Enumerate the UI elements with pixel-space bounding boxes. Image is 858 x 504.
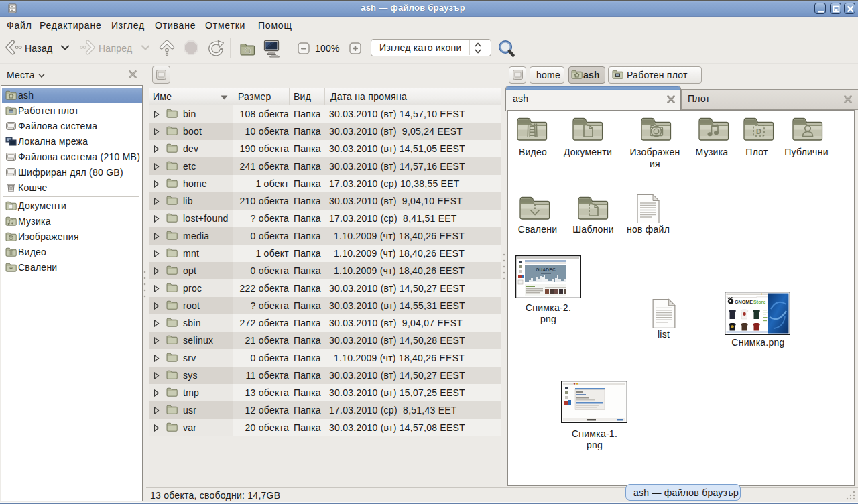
svg-text:D: D — [756, 127, 761, 135]
svg-text:Store: Store — [753, 299, 765, 305]
svg-text:GNOME: GNOME — [735, 299, 753, 305]
svg-text:GUADEC: GUADEC — [536, 267, 556, 272]
